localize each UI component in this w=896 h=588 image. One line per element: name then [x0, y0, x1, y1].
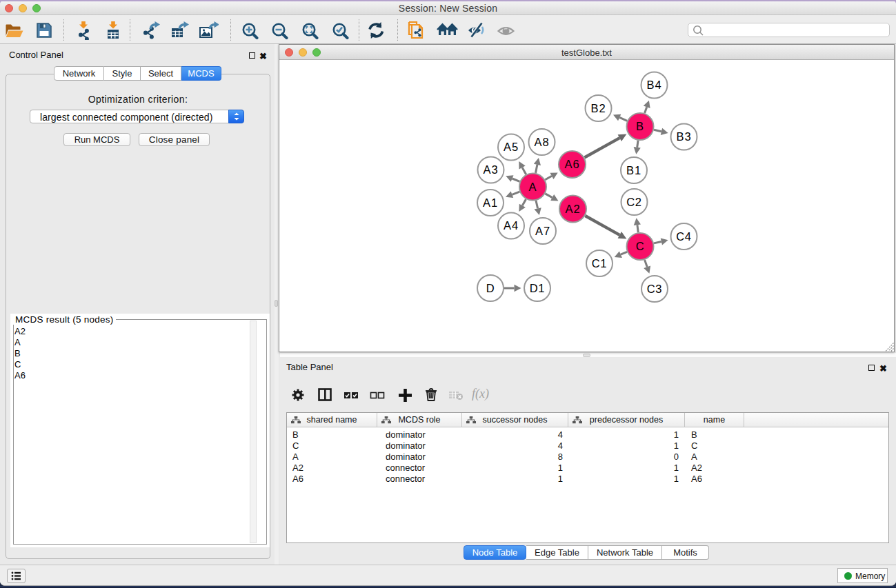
svg-text:D: D: [486, 282, 495, 294]
svg-text:A8: A8: [535, 136, 550, 148]
svg-text:D1: D1: [530, 282, 546, 294]
svg-text:B4: B4: [647, 79, 662, 91]
svg-text:A4: A4: [504, 219, 519, 232]
svg-text:A3: A3: [484, 163, 499, 176]
svg-text:B1: B1: [626, 164, 641, 176]
svg-text:C: C: [636, 240, 645, 252]
svg-text:C1: C1: [592, 257, 608, 270]
svg-text:A7: A7: [535, 225, 550, 237]
svg-text:C4: C4: [676, 230, 692, 243]
svg-text:B2: B2: [591, 102, 606, 114]
svg-text:A5: A5: [504, 141, 519, 153]
svg-text:C2: C2: [626, 196, 642, 208]
svg-text:B: B: [636, 120, 644, 132]
svg-text:B3: B3: [677, 130, 692, 143]
svg-text:A2: A2: [566, 203, 581, 215]
svg-text:C3: C3: [647, 283, 663, 295]
svg-text:A6: A6: [565, 158, 580, 170]
svg-text:A1: A1: [483, 196, 498, 209]
svg-text:A: A: [529, 181, 537, 193]
